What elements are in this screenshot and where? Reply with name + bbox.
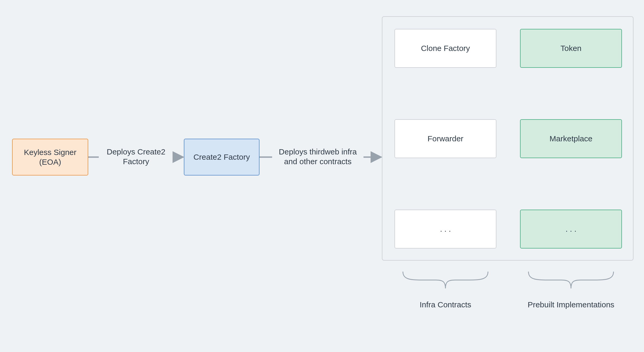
brace-infra: [403, 272, 488, 288]
column-label-infra: Infra Contracts: [394, 299, 496, 313]
node-prebuilt-more: . . .: [520, 210, 622, 249]
edge-label-deploys-create2: Deploys Create2 Factory: [99, 146, 173, 167]
node-token: Token: [520, 29, 622, 68]
node-create2-factory: Create2 Factory: [184, 139, 259, 175]
brace-prebuilt: [528, 272, 614, 288]
column-label-prebuilt: Prebuilt Implementations: [520, 299, 622, 323]
node-clone-factory: Clone Factory: [394, 29, 496, 68]
node-marketplace: Marketplace: [520, 119, 622, 158]
edge-label-deploys-infra: Deploys thirdweb infra and other contrac…: [273, 146, 363, 167]
node-forwarder: Forwarder: [394, 119, 496, 158]
node-keyless-signer: Keyless Signer (EOA): [12, 139, 88, 175]
node-infra-more: . . .: [394, 210, 496, 249]
